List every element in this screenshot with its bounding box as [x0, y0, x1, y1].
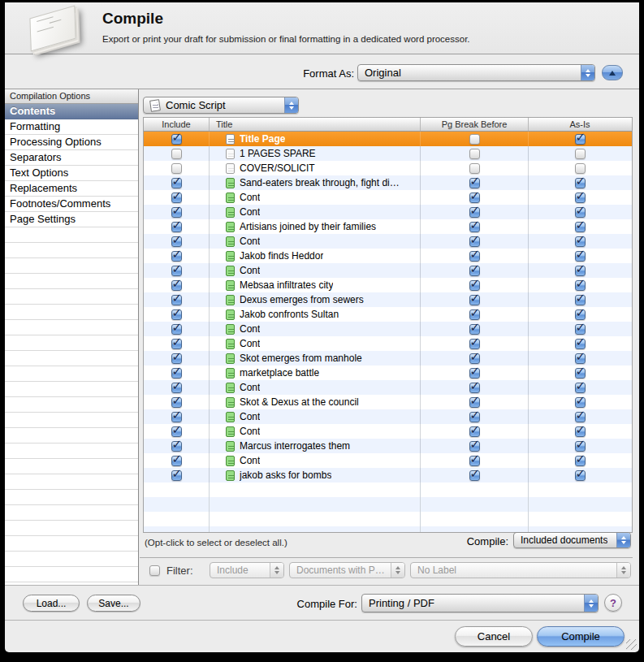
include-checkbox[interactable] [171, 339, 182, 349]
as-is-checkbox[interactable] [575, 309, 586, 320]
as-is-checkbox[interactable] [575, 456, 586, 466]
include-checkbox[interactable] [171, 368, 182, 379]
include-checkbox[interactable] [171, 456, 182, 466]
pg-break-checkbox[interactable] [469, 178, 480, 188]
pg-break-checkbox[interactable] [469, 266, 480, 276]
include-checkbox[interactable] [171, 426, 182, 437]
table-row[interactable]: Marcus interrogates them [144, 439, 632, 453]
table-row[interactable]: Dexus emerges from sewers [144, 292, 632, 307]
as-is-checkbox[interactable] [575, 178, 586, 188]
pg-break-checkbox[interactable] [469, 397, 480, 408]
pg-break-checkbox[interactable] [469, 383, 480, 393]
help-button[interactable]: ? [604, 594, 622, 612]
as-is-checkbox[interactable] [575, 295, 586, 305]
as-is-checkbox[interactable] [575, 324, 586, 335]
format-as-popup[interactable]: Original [357, 64, 595, 81]
table-row[interactable]: Sand-eaters break through, fight di… [144, 175, 632, 190]
table-row[interactable]: Cont [144, 263, 632, 278]
pg-break-checkbox[interactable] [469, 236, 480, 247]
sidebar-item-replacements[interactable]: Replacements [5, 181, 138, 197]
include-checkbox[interactable] [171, 324, 182, 335]
as-is-checkbox[interactable] [575, 441, 586, 452]
as-is-checkbox[interactable] [575, 383, 586, 393]
filter-criteria-popup[interactable]: Documents with Progress [289, 562, 405, 578]
group-selector-popup[interactable]: Comic Script [143, 97, 299, 114]
include-checkbox[interactable] [171, 412, 182, 422]
table-row[interactable]: jakob asks for bombs [144, 468, 632, 482]
include-checkbox[interactable] [171, 251, 182, 262]
filter-field-popup[interactable]: Include [210, 562, 284, 578]
column-header-include[interactable]: Include [144, 118, 210, 131]
as-is-checkbox[interactable] [575, 339, 586, 349]
cancel-button[interactable]: Cancel [455, 626, 533, 647]
table-row[interactable]: COVER/SOLICIT [144, 161, 632, 175]
column-header-as-is[interactable]: As-Is [529, 118, 631, 131]
include-checkbox[interactable] [171, 193, 182, 203]
sidebar-item-processing-options[interactable]: Processing Options [5, 135, 138, 150]
include-checkbox[interactable] [171, 397, 182, 408]
as-is-checkbox[interactable] [575, 397, 586, 408]
pg-break-checkbox[interactable] [469, 222, 480, 232]
pg-break-checkbox[interactable] [469, 412, 480, 422]
pg-break-checkbox[interactable] [469, 251, 480, 262]
pg-break-checkbox[interactable] [469, 456, 480, 466]
as-is-checkbox[interactable] [575, 368, 586, 379]
collapse-panel-button[interactable] [602, 65, 623, 80]
pg-break-checkbox[interactable] [469, 441, 480, 452]
as-is-checkbox[interactable] [575, 470, 586, 481]
include-checkbox[interactable] [171, 207, 182, 218]
include-checkbox[interactable] [171, 134, 182, 145]
table-row[interactable]: Mebsaa infiltrates city [144, 278, 632, 292]
table-row[interactable]: Cont [144, 234, 632, 249]
include-checkbox[interactable] [171, 222, 182, 232]
table-row[interactable]: marketplace battle [144, 366, 632, 380]
load-button[interactable]: Load... [23, 595, 80, 612]
as-is-checkbox[interactable] [575, 251, 586, 262]
pg-break-checkbox[interactable] [469, 295, 480, 305]
table-row[interactable]: Cont [144, 424, 632, 439]
include-checkbox[interactable] [171, 383, 182, 393]
include-checkbox[interactable] [171, 280, 182, 291]
as-is-checkbox[interactable] [575, 280, 586, 291]
save-button[interactable]: Save... [87, 595, 140, 612]
include-checkbox[interactable] [171, 266, 182, 276]
pg-break-checkbox[interactable] [469, 368, 480, 379]
as-is-checkbox[interactable] [575, 149, 586, 159]
column-header-pg-break-before[interactable]: Pg Break Before [421, 118, 529, 131]
include-checkbox[interactable] [171, 163, 182, 174]
table-row[interactable]: Cont [144, 190, 632, 205]
compile-button[interactable]: Compile [537, 626, 625, 647]
sidebar-item-page-settings[interactable]: Page Settings [5, 212, 138, 227]
pg-break-checkbox[interactable] [469, 426, 480, 437]
table-row[interactable]: Skot emerges from manhole [144, 351, 632, 366]
pg-break-checkbox[interactable] [469, 149, 480, 159]
table-row[interactable]: Cont [144, 409, 632, 424]
as-is-checkbox[interactable] [575, 236, 586, 247]
pg-break-checkbox[interactable] [469, 163, 480, 174]
include-checkbox[interactable] [171, 353, 182, 364]
pg-break-checkbox[interactable] [469, 309, 480, 320]
sidebar-item-separators[interactable]: Separators [5, 150, 138, 166]
table-row[interactable]: Cont [144, 380, 632, 395]
table-row[interactable]: 1 PAGES SPARE [144, 146, 632, 161]
sidebar-item-contents[interactable]: Contents [5, 104, 138, 119]
table-row[interactable]: Cont [144, 322, 632, 336]
as-is-checkbox[interactable] [575, 163, 586, 174]
as-is-checkbox[interactable] [575, 207, 586, 218]
table-row[interactable]: Jakob confronts Sultan [144, 307, 632, 322]
as-is-checkbox[interactable] [575, 193, 586, 203]
as-is-checkbox[interactable] [575, 426, 586, 437]
sidebar-item-text-options[interactable]: Text Options [5, 166, 138, 181]
table-row[interactable]: Cont [144, 205, 632, 219]
as-is-checkbox[interactable] [575, 266, 586, 276]
pg-break-checkbox[interactable] [469, 353, 480, 364]
table-row[interactable]: Title Page [144, 132, 632, 146]
pg-break-checkbox[interactable] [469, 324, 480, 335]
compile-scope-popup[interactable]: Included documents [513, 532, 631, 548]
as-is-checkbox[interactable] [575, 134, 586, 145]
table-row[interactable]: Cont [144, 453, 632, 468]
include-checkbox[interactable] [171, 236, 182, 247]
as-is-checkbox[interactable] [575, 412, 586, 422]
pg-break-checkbox[interactable] [469, 193, 480, 203]
table-body[interactable]: Title Page1 PAGES SPARECOVER/SOLICITSand… [144, 132, 632, 532]
